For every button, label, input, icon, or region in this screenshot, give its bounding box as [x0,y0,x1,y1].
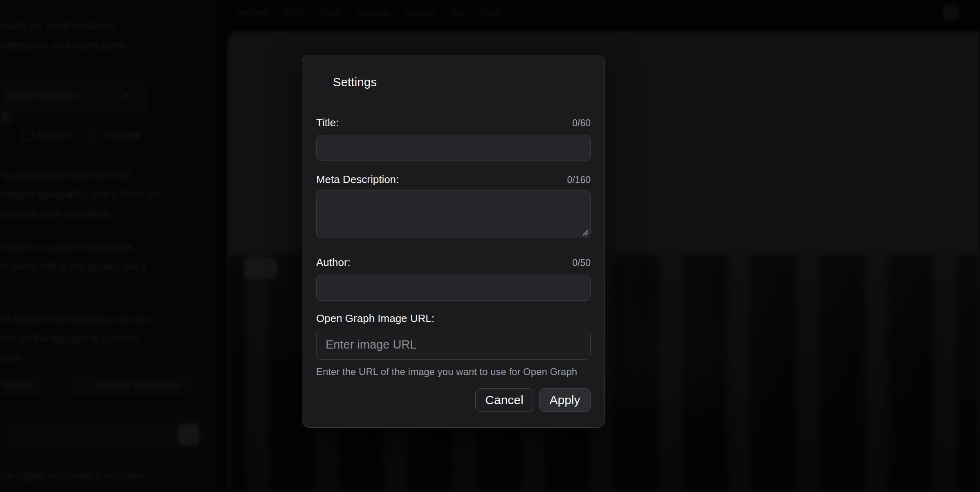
title-label: Title: [316,116,339,129]
meta-description-counter: 0/160 [567,174,591,186]
modal-actions: Cancel Apply [316,388,591,412]
og-image-url-input[interactable] [316,330,591,360]
settings-modal: Settings Title: 0/60 Meta Description: 0… [302,55,605,428]
og-helper-text: Enter the URL of the image you want to u… [316,366,591,378]
author-counter: 0/50 [572,257,591,268]
title-counter: 0/60 [572,118,591,129]
modal-title: Settings [333,76,591,89]
meta-description-textarea[interactable] [316,190,591,238]
app-window: preview skills visual manage braindo app… [0,0,980,492]
divider [316,100,591,100]
author-input[interactable] [316,275,591,301]
apply-button[interactable]: Apply [539,388,591,412]
cancel-button[interactable]: Cancel [475,388,533,412]
author-label: Author: [316,256,351,269]
og-image-url-label: Open Graph Image URL: [316,312,434,325]
title-input[interactable] [316,135,591,161]
meta-description-label: Meta Description: [316,173,399,186]
